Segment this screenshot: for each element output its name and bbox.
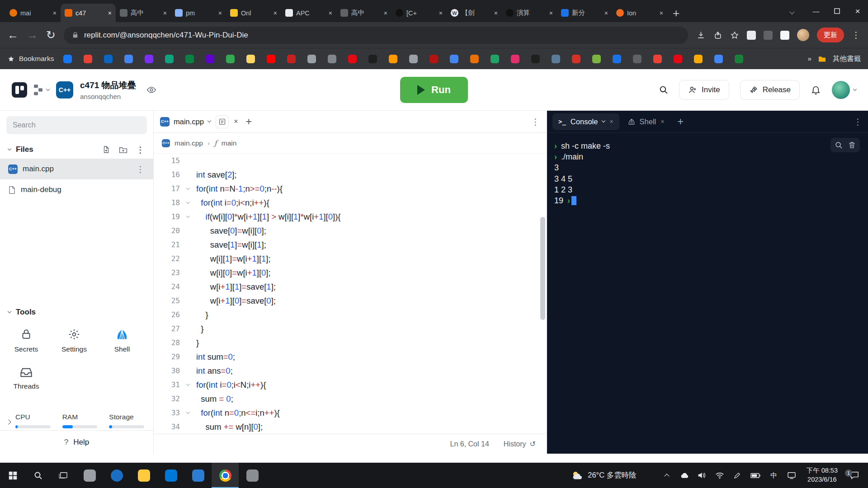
history-button[interactable]: History ↺ [504,440,536,448]
bookmark-favicon[interactable] [470,55,479,63]
browser-tab[interactable]: 高中× [116,4,171,22]
bookmark-favicon[interactable] [714,55,723,63]
fold-chevron-icon[interactable] [180,216,196,217]
bookmark-star-icon[interactable] [730,31,739,40]
bookmark-favicon[interactable] [307,55,316,63]
code-line[interactable]: 18 for(int i=0;i<n;i++){ [154,196,547,210]
bookmark-favicon[interactable] [633,55,642,63]
code-line[interactable]: 24 w[i+1][1]=save[1]; [154,280,547,294]
tab-close-icon[interactable]: × [108,9,112,17]
bookmark-favicon[interactable] [409,55,418,63]
browser-tab[interactable]: 演算× [502,4,557,22]
breadcrumb-file[interactable]: main.cpp [175,139,203,147]
browser-tab[interactable]: c47× [61,4,116,22]
code-line[interactable]: 34 sum += w[n][0]; [154,420,547,434]
browser-tab[interactable]: pm× [171,4,226,22]
pen-icon[interactable] [733,472,742,479]
new-editor-tab-button[interactable]: + [245,116,252,127]
tab-close-icon[interactable]: × [163,9,167,17]
tab-close-icon[interactable]: × [439,9,443,17]
other-bookmarks-label[interactable]: 其他書籤 [833,54,861,64]
bookmark-favicon[interactable] [613,55,621,63]
editor-menu-icon[interactable]: ⋮ [531,117,540,126]
code-line[interactable]: 28} [154,336,547,350]
tab-close-icon[interactable]: × [660,9,663,17]
bookmark-favicon[interactable] [694,55,703,63]
bookmark-favicon[interactable] [165,55,174,63]
code-line[interactable]: 32 sum = 0; [154,392,547,406]
extension-icon[interactable] [764,31,773,40]
bookmark-favicon[interactable] [450,55,458,63]
code-line[interactable]: 26 } [154,308,547,322]
file-item-main.cpp[interactable]: C++main.cpp⋮ [0,159,153,179]
bookmark-favicon[interactable] [145,55,153,63]
bookmark-favicon[interactable] [491,55,499,63]
workspace-dock-icon[interactable] [12,82,27,98]
tab-close-icon[interactable]: × [274,9,277,17]
new-file-icon[interactable] [102,145,110,154]
help-button[interactable]: ? Help [0,430,153,454]
taskbar-search-icon[interactable] [25,463,51,488]
tab-search-chevron-icon[interactable] [790,7,794,15]
taskbar-app-photos[interactable] [239,463,266,488]
terminal-output[interactable]: ›sh -c make -s›./main33 4 51 2 319› [547,133,868,206]
code-line[interactable]: 27 } [154,322,547,336]
resources-expand-icon[interactable] [7,418,10,426]
code-line[interactable]: 31for(int i=0;i<N;i++){ [154,378,547,392]
bookmark-favicon[interactable] [531,55,540,63]
code-line[interactable]: 33 for(int n=0;n<=i;n++){ [154,406,547,420]
bookmark-favicon[interactable] [511,55,519,63]
tab-close-icon[interactable]: × [329,9,332,17]
action-center-icon[interactable]: 1 [846,471,863,479]
bookmarks-folder[interactable]: Bookmarks [7,55,54,63]
new-folder-icon[interactable] [119,146,127,154]
browser-tab[interactable]: Ion× [612,4,667,22]
bookmark-favicon[interactable] [368,55,377,63]
tool-settings[interactable]: Settings [53,324,95,358]
code-editor[interactable]: 1516int save[2];17for(int n=N-1;n>=0;n--… [154,154,547,434]
code-line[interactable]: 30int ans=0; [154,364,547,378]
console-search-icon[interactable] [835,141,843,149]
tab-close-icon[interactable]: × [384,9,387,17]
bookmark-favicon[interactable] [287,55,296,63]
new-console-tab-button[interactable]: + [677,117,683,127]
bookmark-favicon[interactable] [429,55,438,63]
start-button[interactable] [0,463,25,488]
tray-expand-icon[interactable] [662,473,671,478]
code-line[interactable]: 22 w[i][1]=w[i+1][1]; [154,252,547,266]
taskbar-app-file-explorer[interactable] [130,463,157,488]
bookmark-favicon[interactable] [226,55,235,63]
code-line[interactable]: 19 if(w[i][0]*w[i+1][1] > w[i][1]*w[i+1]… [154,210,547,224]
bookmark-favicon[interactable] [124,55,133,63]
tool-shell[interactable]: Shell [101,324,143,358]
taskbar-app-app-window[interactable] [76,463,103,488]
search-input[interactable] [13,121,141,129]
code-line[interactable]: 20 save[0]=w[i][0]; [154,224,547,238]
tab-close-icon[interactable]: × [494,9,498,17]
notifications-bell-icon[interactable] [811,84,821,95]
onedrive-cloud-icon[interactable] [680,472,689,479]
bookmark-favicon[interactable] [328,55,336,63]
editor-layout-icon[interactable] [216,115,229,128]
code-line[interactable]: 25 w[i+1][0]=save[0]; [154,294,547,308]
visibility-icon[interactable] [146,85,156,95]
replit-logo-icon[interactable] [34,84,49,95]
bookmark-favicon[interactable] [267,55,275,63]
tool-secrets[interactable]: Secrets [5,324,47,358]
volume-icon[interactable] [698,472,707,479]
browser-tab[interactable]: APC× [281,4,336,22]
release-button[interactable]: Release [740,80,800,100]
bookmark-favicon[interactable] [348,55,357,63]
taskbar-app-edge[interactable] [103,463,130,488]
code-line[interactable]: 17for(int n=N-1;n>=0;n--){ [154,182,547,196]
taskbar-app-store[interactable] [157,463,184,488]
bookmark-favicon[interactable] [63,55,72,63]
header-search-icon[interactable] [659,85,668,94]
project-title-block[interactable]: c471 物品堆疊 ansonqqchen [80,80,136,100]
tab-shell[interactable]: Shell × [622,113,670,130]
code-line[interactable]: 16int save[2]; [154,168,547,182]
tab-close-icon[interactable]: × [218,9,222,17]
window-close-button[interactable]: × [847,0,868,22]
bookmark-favicon[interactable] [104,55,113,63]
bookmark-favicon[interactable] [572,55,580,63]
